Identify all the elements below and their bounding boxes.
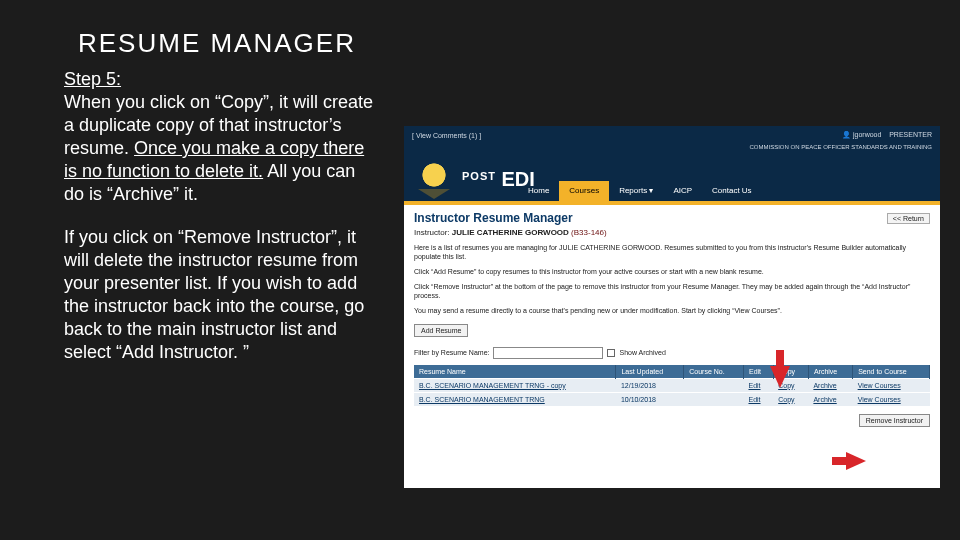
resume-table: Resume Name Last Updated Course No. Edit… <box>414 365 930 406</box>
filter-input[interactable] <box>493 347 603 359</box>
show-archived-label: Show Archived <box>619 349 665 356</box>
cell-send[interactable]: View Courses <box>853 378 930 392</box>
table-header-row: Resume Name Last Updated Course No. Edit… <box>414 365 930 379</box>
cell-date: 12/19/2018 <box>616 378 684 392</box>
show-archived-checkbox[interactable] <box>607 349 615 357</box>
help-p1: Here is a list of resumes you are managi… <box>414 243 930 261</box>
topbar-org: COMMISSION ON PEACE OFFICER STANDARDS AN… <box>404 144 940 151</box>
paragraph-2: If you click on “Remove Instructor”, it … <box>64 226 376 364</box>
nav-courses[interactable]: Courses <box>559 181 609 201</box>
table-row: B.C. SCENARIO MANAGEMENT TRNG 10/10/2018… <box>414 392 930 406</box>
cell-course <box>684 378 744 392</box>
arrow-down-icon <box>770 366 790 388</box>
topbar-role: PRESENTER <box>889 131 932 138</box>
badge-icon <box>414 157 454 197</box>
logo-small: POST <box>462 170 496 182</box>
cell-course <box>684 392 744 406</box>
col-last-updated[interactable]: Last Updated <box>616 365 684 379</box>
col-resume-name[interactable]: Resume Name <box>414 365 616 379</box>
app-topbar: [ View Comments (1) ] 👤 jgorwood PRESENT… <box>404 126 940 144</box>
help-p3: Click “Remove Instructor” at the bottom … <box>414 282 930 300</box>
col-send[interactable]: Send to Course <box>853 365 930 379</box>
nav-reports[interactable]: Reports ▾ <box>609 181 663 201</box>
cell-send[interactable]: View Courses <box>853 392 930 406</box>
col-archive[interactable]: Archive <box>808 365 852 379</box>
col-course-no[interactable]: Course No. <box>684 365 744 379</box>
nav-bar: Home Courses Reports ▾ AICP Contact Us <box>518 181 762 201</box>
step-label: Step 5: <box>64 69 121 89</box>
cell-name[interactable]: B.C. SCENARIO MANAGEMENT TRNG - copy <box>414 378 616 392</box>
instructor-name: JULIE CATHERINE GORWOOD <box>452 228 569 237</box>
cell-archive[interactable]: Archive <box>808 392 852 406</box>
cell-date: 10/10/2018 <box>616 392 684 406</box>
instructor-line: Instructor: JULIE CATHERINE GORWOOD (B33… <box>414 228 930 237</box>
cell-archive[interactable]: Archive <box>808 378 852 392</box>
topbar-user: jgorwood <box>853 131 881 138</box>
cell-name[interactable]: B.C. SCENARIO MANAGEMENT TRNG <box>414 392 616 406</box>
user-icon: 👤 <box>842 131 851 138</box>
arrow-right-icon <box>846 452 866 470</box>
cell-edit[interactable]: Edit <box>743 392 773 406</box>
app-screenshot: [ View Comments (1) ] 👤 jgorwood PRESENT… <box>404 126 940 488</box>
cell-copy[interactable]: Copy <box>773 392 808 406</box>
app-header: POST EDI Home Courses Reports ▾ AICP Con… <box>404 151 940 201</box>
return-button[interactable]: << Return <box>887 213 930 224</box>
add-resume-button[interactable]: Add Resume <box>414 324 468 337</box>
app-content: Instructor Resume Manager << Return Inst… <box>404 205 940 416</box>
instructor-label: Instructor: <box>414 228 450 237</box>
filter-row: Filter by Resume Name: Show Archived <box>414 347 930 359</box>
table-row: B.C. SCENARIO MANAGEMENT TRNG - copy 12/… <box>414 378 930 392</box>
topbar-right: 👤 jgorwood PRESENTER <box>842 131 932 139</box>
instructor-code: (B33-146) <box>571 228 607 237</box>
panel-title: Instructor Resume Manager <box>414 211 573 225</box>
nav-home[interactable]: Home <box>518 181 559 201</box>
step-paragraph: Step 5: When you click on “Copy”, it wil… <box>64 68 376 206</box>
help-p4: You may send a resume directly to a cour… <box>414 306 930 315</box>
filter-label: Filter by Resume Name: <box>414 349 489 356</box>
nav-contact[interactable]: Contact Us <box>702 181 762 201</box>
slide-title: RESUME MANAGER <box>78 28 356 59</box>
remove-instructor-button[interactable]: Remove Instructor <box>859 414 930 427</box>
topbar-left[interactable]: [ View Comments (1) ] <box>412 132 481 139</box>
cell-edit[interactable]: Edit <box>743 378 773 392</box>
help-p2: Click “Add Resume” to copy resumes to th… <box>414 267 930 276</box>
col-edit[interactable]: Edit <box>743 365 773 379</box>
slide-body: Step 5: When you click on “Copy”, it wil… <box>64 68 376 384</box>
nav-aicp[interactable]: AICP <box>663 181 702 201</box>
